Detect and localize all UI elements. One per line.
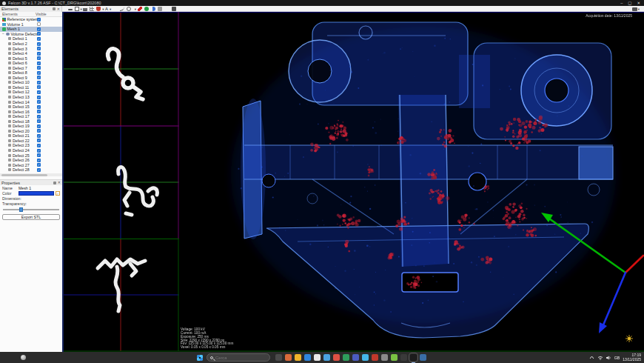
- speaker-icon[interactable]: [606, 356, 611, 360]
- pin-icon[interactable]: [53, 7, 56, 10]
- visibility-checkbox[interactable]: ✓: [37, 66, 41, 70]
- maximize-button[interactable]: ▢: [628, 0, 631, 6]
- render-viewport-svg[interactable]: [179, 12, 644, 352]
- taskbar-app-terminal[interactable]: [400, 354, 407, 361]
- taskbar-app-chrome[interactable]: [333, 354, 340, 361]
- visibility-checkbox[interactable]: ✓: [37, 71, 41, 75]
- application-window: Falcon 3D v.1.7.26 ASF - C:\CT_DRG\kcort…: [0, 0, 644, 363]
- elements-tree: Reference system✓Volume 1Mesh 1✓−Volume …: [0, 17, 62, 173]
- slice-views-svg[interactable]: [64, 12, 179, 352]
- visibility-checkbox[interactable]: ✓: [37, 105, 41, 109]
- chevron-down-icon[interactable]: ▾: [135, 7, 136, 11]
- taskbar-app-excel[interactable]: [343, 354, 349, 361]
- chevron-up-icon[interactable]: [589, 356, 594, 359]
- spline-icon[interactable]: [120, 7, 124, 11]
- chevron-down-icon[interactable]: ▾: [110, 7, 111, 11]
- visibility-checkbox[interactable]: [37, 22, 41, 26]
- visibility-checkbox[interactable]: ✓: [37, 32, 41, 36]
- visibility-checkbox[interactable]: ✓: [37, 119, 41, 123]
- transparency-slider[interactable]: [3, 207, 59, 212]
- visibility-checkbox[interactable]: ✓: [37, 85, 41, 89]
- measure-line-icon[interactable]: [68, 9, 73, 10]
- chevron-down-icon[interactable]: ▾: [102, 7, 104, 11]
- visibility-checkbox[interactable]: ✓: [37, 27, 41, 31]
- search-box[interactable]: [207, 353, 270, 362]
- taskbar-app-edge[interactable]: [304, 354, 311, 361]
- visibility-checkbox[interactable]: ✓: [37, 144, 41, 147]
- taskbar-app-skype[interactable]: [362, 354, 369, 361]
- record-icon[interactable]: [144, 7, 149, 11]
- visibility-checkbox[interactable]: ✓: [37, 110, 41, 113]
- visibility-checkbox[interactable]: ✓: [37, 37, 41, 41]
- delete-icon[interactable]: [158, 7, 162, 11]
- visibility-checkbox[interactable]: ✓: [37, 96, 41, 99]
- color-swatch[interactable]: [19, 191, 54, 196]
- taskbar-app-copilot[interactable]: [285, 354, 292, 361]
- taskbar-app-sharepoint[interactable]: [391, 354, 398, 361]
- tree-item-defect-28[interactable]: Defect 28✓: [0, 167, 62, 173]
- taskbar-app-teams[interactable]: [352, 354, 359, 361]
- visibility-checkbox[interactable]: ✓: [37, 81, 41, 84]
- grid-icon[interactable]: [90, 7, 94, 11]
- taskbar-apps: [275, 354, 426, 361]
- redo-arrow-icon[interactable]: [151, 7, 155, 11]
- slice-views[interactable]: [64, 12, 179, 352]
- taskbar-app-task-view[interactable]: [275, 354, 282, 361]
- visibility-checkbox[interactable]: ✓: [37, 61, 41, 65]
- magnet-icon[interactable]: [96, 7, 101, 11]
- visibility-checkbox[interactable]: ✓: [37, 139, 41, 142]
- taskbar-app-file-explorer[interactable]: [295, 354, 301, 361]
- visibility-checkbox[interactable]: ✓: [37, 100, 41, 104]
- color-picker-button[interactable]: ✓: [56, 191, 60, 196]
- visibility-checkbox[interactable]: ✓: [37, 115, 41, 119]
- widget-icon[interactable]: [21, 355, 26, 360]
- collapse-toggle[interactable]: −: [2, 32, 5, 36]
- tree-item-label: Mesh 1: [7, 27, 20, 31]
- export-stl-button[interactable]: Export STL: [2, 214, 60, 220]
- pin-icon[interactable]: [53, 182, 56, 184]
- layout-icon[interactable]: [632, 7, 637, 11]
- properties-panel-header: Properties ✕: [0, 180, 62, 185]
- rotate-icon[interactable]: [127, 7, 131, 11]
- visibility-checkbox[interactable]: ✓: [37, 168, 41, 172]
- camera-icon[interactable]: [172, 7, 176, 11]
- start-button[interactable]: [197, 355, 203, 361]
- horizontal-scrollbar[interactable]: [0, 173, 62, 176]
- visibility-checkbox[interactable]: ✓: [37, 56, 41, 60]
- visibility-checkbox[interactable]: ✓: [37, 134, 41, 138]
- taskbar-app-powerpoint[interactable]: [372, 354, 378, 361]
- visibility-checkbox[interactable]: ✓: [37, 18, 41, 21]
- visibility-checkbox[interactable]: ✓: [37, 163, 41, 167]
- histogram-icon[interactable]: [83, 7, 87, 11]
- roi-select-icon[interactable]: [75, 7, 79, 11]
- minimize-button[interactable]: –: [620, 0, 623, 6]
- visibility-checkbox[interactable]: ✓: [37, 124, 41, 128]
- wifi-icon[interactable]: [597, 356, 603, 360]
- render-viewport[interactable]: Acquisition date: 13/11/2025 Voltage: 10…: [179, 12, 644, 352]
- search-input[interactable]: [215, 356, 260, 360]
- taskbar-app-photos[interactable]: [323, 354, 330, 361]
- language-indicator[interactable]: GB: [614, 356, 620, 360]
- visibility-checkbox[interactable]: ✓: [37, 149, 41, 153]
- visibility-checkbox[interactable]: ✓: [37, 76, 41, 79]
- close-icon[interactable]: ✕: [58, 181, 61, 184]
- slider-handle[interactable]: [19, 207, 23, 212]
- visibility-checkbox[interactable]: ✓: [37, 42, 41, 46]
- visibility-checkbox[interactable]: ✓: [37, 129, 41, 133]
- close-button[interactable]: ✕: [637, 0, 640, 6]
- taskbar-clock[interactable]: 17:19 13/11/2025: [623, 353, 641, 362]
- visibility-checkbox[interactable]: ✓: [37, 47, 41, 50]
- taskbar-app-notepad[interactable]: [420, 354, 426, 361]
- text-annotation-icon[interactable]: A: [105, 7, 108, 11]
- chevron-down-icon[interactable]: ▾: [81, 7, 82, 11]
- taskbar-app-falcon-3d[interactable]: [410, 354, 417, 361]
- chevron-down-icon[interactable]: ▾: [638, 7, 640, 11]
- close-icon[interactable]: ✕: [57, 7, 60, 11]
- taskbar-app-settings[interactable]: [381, 354, 388, 361]
- red-pencil-icon[interactable]: [138, 7, 142, 11]
- visibility-checkbox[interactable]: ✓: [37, 153, 41, 157]
- taskbar-app-store[interactable]: [314, 354, 321, 361]
- visibility-checkbox[interactable]: ✓: [37, 52, 41, 56]
- visibility-checkbox[interactable]: ✓: [37, 159, 41, 162]
- visibility-checkbox[interactable]: ✓: [37, 90, 41, 94]
